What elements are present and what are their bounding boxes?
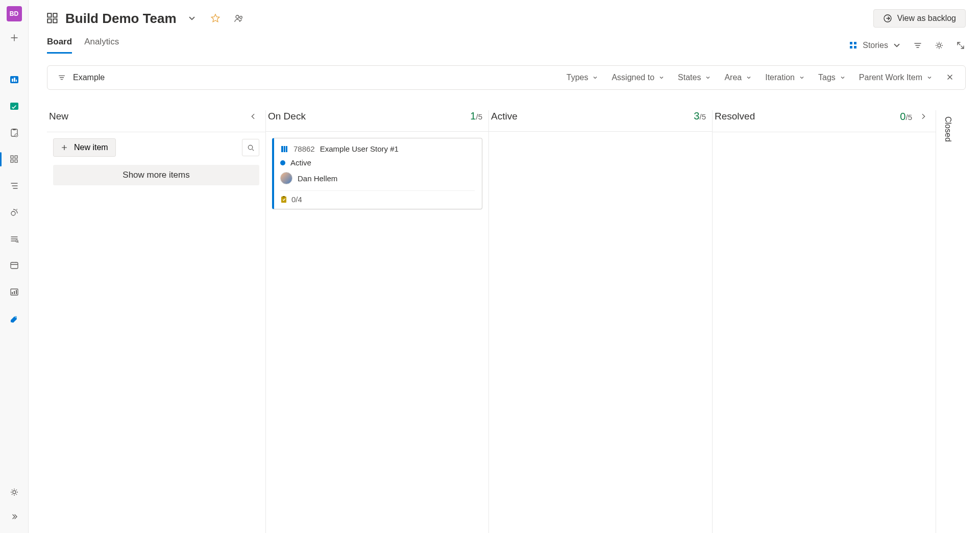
show-more-items-button[interactable]: Show more items xyxy=(53,165,259,185)
task-progress: 0/4 xyxy=(291,195,302,204)
filter-keyword[interactable]: Example xyxy=(73,73,105,82)
fullscreen-icon[interactable] xyxy=(955,40,966,51)
svg-rect-31 xyxy=(854,46,856,49)
filter-tags[interactable]: Tags xyxy=(818,73,846,82)
boards-hub-icon[interactable] xyxy=(4,96,24,116)
svg-rect-3 xyxy=(16,80,17,82)
svg-rect-2 xyxy=(14,78,15,82)
close-filter-icon[interactable] xyxy=(946,73,955,82)
chevron-down-icon xyxy=(892,41,901,50)
project-avatar[interactable]: BD xyxy=(7,6,22,21)
column-active: Active 3/5 xyxy=(489,110,713,533)
svg-rect-9 xyxy=(11,160,13,162)
add-icon[interactable] xyxy=(4,28,24,48)
pipelines-icon[interactable] xyxy=(4,308,24,329)
filter-assigned-to[interactable]: Assigned to xyxy=(611,73,665,82)
favorite-star-icon[interactable] xyxy=(207,10,224,27)
search-icon xyxy=(247,144,255,152)
svg-rect-4 xyxy=(10,103,18,110)
svg-rect-29 xyxy=(850,46,852,49)
svg-point-26 xyxy=(239,16,242,19)
chevron-down-icon xyxy=(592,75,598,81)
filter-parent-work-item[interactable]: Parent Work Item xyxy=(859,73,933,82)
backlogs-icon[interactable] xyxy=(4,176,24,196)
overview-icon[interactable] xyxy=(4,69,24,90)
tab-analytics[interactable]: Analytics xyxy=(84,37,119,54)
settings-gear-icon[interactable] xyxy=(934,40,944,51)
left-nav-rail: BD xyxy=(0,0,29,533)
work-item-status: Active xyxy=(290,158,311,167)
column-on-deck-title: On Deck xyxy=(268,111,306,122)
backlog-level-label: Stories xyxy=(863,41,888,50)
svg-rect-24 xyxy=(53,19,57,22)
stories-icon xyxy=(848,40,859,51)
chevron-down-icon xyxy=(746,75,752,81)
svg-point-13 xyxy=(16,240,18,242)
tab-board[interactable]: Board xyxy=(47,37,72,54)
column-resolved: Resolved 0/5 xyxy=(713,110,936,533)
filter-types[interactable]: Types xyxy=(567,73,599,82)
svg-point-12 xyxy=(11,211,15,215)
page-header: Build Demo Team View as backlog xyxy=(47,9,966,28)
sprints-icon[interactable] xyxy=(4,202,24,223)
svg-rect-10 xyxy=(15,156,17,158)
svg-rect-38 xyxy=(283,196,285,198)
svg-point-19 xyxy=(15,316,17,318)
view-as-backlog-button[interactable]: View as backlog xyxy=(873,9,966,28)
work-item-title: Example User Story #1 xyxy=(320,144,399,153)
work-items-icon[interactable] xyxy=(4,123,24,143)
chevron-down-icon xyxy=(840,75,846,81)
boards-icon[interactable] xyxy=(4,149,24,169)
view-as-backlog-label: View as backlog xyxy=(897,14,956,23)
svg-rect-35 xyxy=(284,146,285,152)
svg-rect-1 xyxy=(12,79,13,82)
backlog-level-selector[interactable]: Stories xyxy=(848,40,901,51)
svg-rect-36 xyxy=(286,146,287,152)
collapse-column-icon[interactable] xyxy=(247,110,259,123)
chevron-down-icon xyxy=(705,75,711,81)
filter-states[interactable]: States xyxy=(678,73,711,82)
svg-rect-28 xyxy=(850,42,852,44)
filter-funnel-icon xyxy=(58,74,66,82)
svg-rect-37 xyxy=(281,197,286,203)
column-new: New New item Show more items xyxy=(47,110,265,533)
svg-rect-30 xyxy=(854,42,856,44)
kanban-board: New New item Show more items xyxy=(47,110,966,533)
svg-point-25 xyxy=(236,15,239,18)
scroll-right-icon[interactable] xyxy=(917,110,929,123)
expand-nav-icon[interactable] xyxy=(4,506,24,527)
search-column-button[interactable] xyxy=(242,139,259,156)
queries-icon[interactable] xyxy=(4,229,24,249)
task-checklist-icon xyxy=(280,196,287,203)
analytics-views-icon[interactable] xyxy=(4,282,24,302)
svg-rect-17 xyxy=(14,291,15,294)
new-item-button[interactable]: New item xyxy=(53,138,116,157)
filter-area[interactable]: Area xyxy=(724,73,752,82)
chevron-down-icon xyxy=(799,75,805,81)
assignee-avatar xyxy=(280,172,292,184)
column-new-title: New xyxy=(49,111,68,122)
project-settings-icon[interactable] xyxy=(4,482,24,502)
column-active-wip: 3/5 xyxy=(694,110,706,122)
work-item-id: 78862 xyxy=(293,144,315,153)
plus-icon xyxy=(61,144,68,151)
svg-rect-6 xyxy=(13,129,16,130)
status-dot-icon xyxy=(280,160,285,165)
new-item-label: New item xyxy=(74,143,108,152)
filter-iteration[interactable]: Iteration xyxy=(765,73,805,82)
delivery-plans-icon[interactable] xyxy=(4,255,24,276)
board-title-icon xyxy=(47,13,58,24)
svg-rect-34 xyxy=(281,146,283,152)
work-item-card[interactable]: 78862 Example User Story #1 Active Dan H… xyxy=(272,138,482,209)
svg-rect-8 xyxy=(11,156,13,158)
svg-rect-21 xyxy=(47,13,51,17)
team-selector-chevron[interactable] xyxy=(184,10,200,27)
filter-toggle-icon[interactable] xyxy=(913,40,923,51)
column-closed-title: Closed xyxy=(936,110,957,148)
svg-rect-18 xyxy=(16,290,17,294)
team-members-icon[interactable] xyxy=(231,10,247,27)
svg-rect-11 xyxy=(15,160,17,162)
svg-point-32 xyxy=(938,44,941,47)
svg-rect-23 xyxy=(53,13,57,17)
column-closed-collapsed[interactable]: Closed xyxy=(936,110,957,533)
